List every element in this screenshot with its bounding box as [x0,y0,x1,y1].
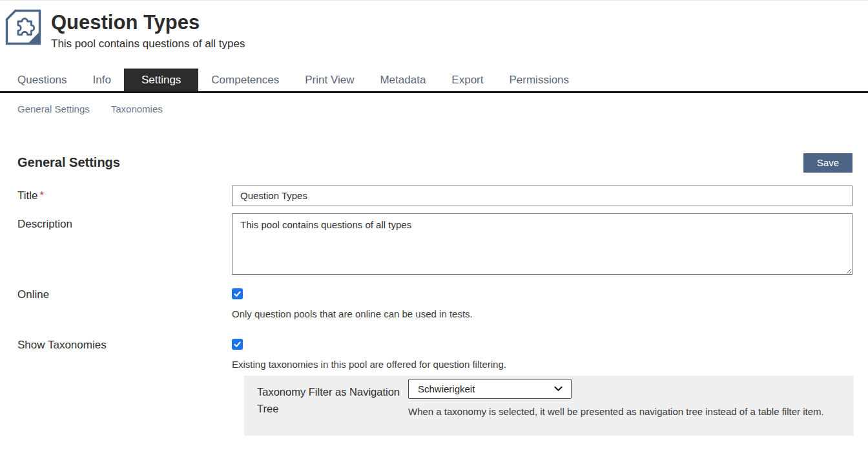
required-asterisk: * [40,189,45,202]
page-subtitle: This pool contains questions of all type… [51,37,245,50]
description-label: Description [17,213,232,277]
settings-form: General Settings Save Title* Description… [0,153,868,436]
show-taxonomies-hint: Existing taxonomies in this pool are off… [232,359,852,370]
taxonomy-filter-hint: When a taxonomy is selected, it well be … [408,403,828,420]
tab-export[interactable]: Export [439,69,496,91]
tab-questions[interactable]: Questions [5,69,80,91]
form-heading: General Settings [17,155,120,170]
tab-permissions[interactable]: Permissions [496,69,582,91]
taxonomy-filter-subpanel: Taxonomy Filter as Navigation Tree Schwi… [244,376,854,436]
title-field-row: Title* [17,186,852,206]
main-tabbar: Questions Info Settings Competences Prin… [0,69,868,93]
header-text-block: Question Types This pool contains questi… [51,9,245,50]
tab-settings[interactable]: Settings [124,69,198,91]
tab-metadata[interactable]: Metadata [367,69,439,91]
tab-info[interactable]: Info [80,69,124,91]
page-header: Question Types This pool contains questi… [0,1,868,50]
show-taxonomies-checkbox[interactable] [232,339,243,350]
chevron-down-icon [553,385,563,393]
description-textarea[interactable]: This pool contains questions of all type… [232,213,852,275]
form-section-header: General Settings Save [17,153,852,173]
taxonomy-filter-select[interactable]: Schwierigkeit [408,379,572,399]
taxonomy-filter-label: Taxonomy Filter as Navigation Tree [257,379,408,420]
online-checkbox[interactable] [232,288,243,299]
online-label: Online [17,288,232,319]
subtab-general-settings[interactable]: General Settings [17,103,90,114]
sub-tabbar: General Settings Taxonomies [0,93,868,114]
description-field-row: Description This pool contains questions… [17,213,852,277]
question-pool-settings-page: Question Types This pool contains questi… [0,0,868,470]
online-field-row: Online Only question pools that are onli… [17,288,852,319]
save-button[interactable]: Save [803,153,852,173]
tab-competences[interactable]: Competences [198,69,292,91]
title-input[interactable] [232,186,852,206]
subtab-taxonomies[interactable]: Taxonomies [111,103,163,114]
question-pool-puzzle-icon [5,9,41,45]
title-label: Title* [17,189,232,202]
show-taxonomies-field-row: Show Taxonomies Existing taxonomies in t… [17,339,852,370]
tab-print-view[interactable]: Print View [292,69,367,91]
online-hint: Only question pools that are online can … [232,308,852,319]
show-taxonomies-label: Show Taxonomies [17,339,232,370]
page-title: Question Types [51,10,245,36]
taxonomy-filter-selected-value: Schwierigkeit [418,383,475,394]
